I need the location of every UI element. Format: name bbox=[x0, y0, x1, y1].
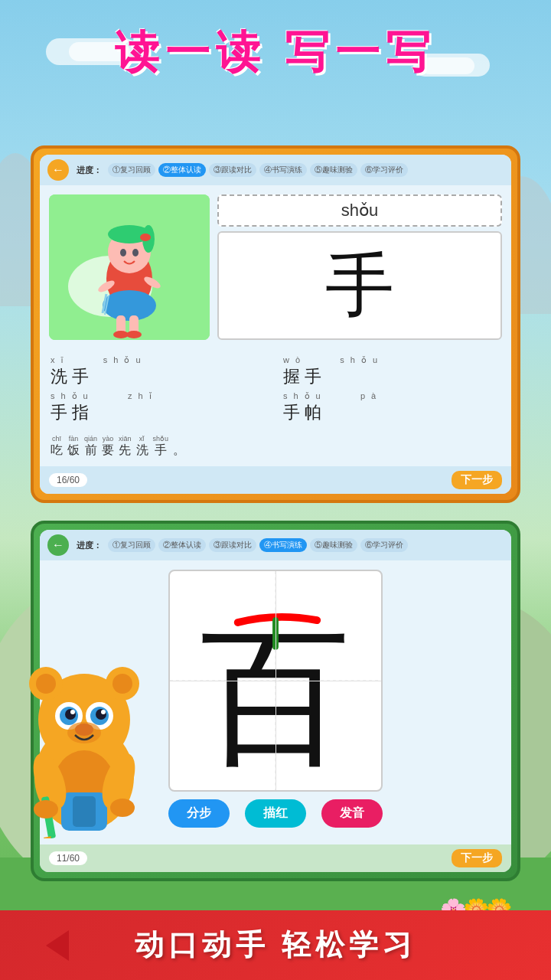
sentence-area: chī 吃 fàn 饭 qián 前 yào 要 xiān 先 bbox=[40, 430, 511, 466]
sound-button[interactable]: 发音 bbox=[321, 799, 383, 828]
card-top-inner: ← 进度： ①复习回顾 ②整体认读 ③跟读对比 ④书写演练 ⑤趣味测验 ⑥学习评… bbox=[40, 155, 511, 494]
banner-arrow bbox=[46, 930, 69, 961]
counter-row-bottom: 11/60 下一步 bbox=[40, 844, 511, 872]
bottom-banner: 动口动手 轻松学习 bbox=[0, 910, 551, 980]
word-2-pinyin: shǒu zhǐ bbox=[51, 391, 268, 401]
girl-svg bbox=[49, 194, 210, 340]
step-b1[interactable]: ①复习回顾 bbox=[108, 538, 155, 552]
back-button-bottom[interactable]: ← bbox=[47, 534, 69, 556]
counter-bottom: 11/60 bbox=[49, 851, 87, 865]
word-item-3: shǒu pà 手 帕 bbox=[283, 391, 500, 424]
word-item-1: wò shǒu 握 手 bbox=[283, 355, 500, 388]
title-area: 读一读 写一写 bbox=[0, 23, 551, 83]
svg-point-45 bbox=[110, 799, 135, 817]
next-button-bottom[interactable]: 下一步 bbox=[452, 849, 502, 867]
bear-svg bbox=[8, 647, 161, 838]
step-5[interactable]: ⑤趣味测验 bbox=[310, 163, 357, 177]
step-4[interactable]: ④书写演练 bbox=[259, 163, 307, 177]
progress-label-top: 进度： bbox=[77, 165, 102, 176]
sent-char-shou: shǒu 手 bbox=[153, 435, 169, 459]
step-button[interactable]: 分步 bbox=[168, 799, 230, 828]
sent-char-yao: yào 要 bbox=[102, 435, 114, 459]
word-1-chars: 握 手 bbox=[283, 365, 500, 388]
guide-vertical bbox=[276, 571, 276, 790]
sent-period: 。 bbox=[173, 443, 185, 459]
char-display-area: shǒu 手 bbox=[217, 194, 502, 340]
word-1-pinyin: wò shǒu bbox=[283, 355, 500, 365]
next-button-top[interactable]: 下一步 bbox=[452, 471, 502, 489]
word-item-0: xī shǒu 洗 手 bbox=[51, 355, 268, 388]
step-b3[interactable]: ③跟读对比 bbox=[209, 538, 256, 552]
character-box: 手 bbox=[217, 231, 502, 340]
banner-text: 动口动手 轻松学习 bbox=[135, 926, 417, 965]
word-3-pinyin: shǒu pà bbox=[283, 391, 500, 401]
svg-point-26 bbox=[112, 674, 132, 694]
step-b5[interactable]: ⑤趣味测验 bbox=[310, 538, 357, 552]
word-item-2: shǒu zhǐ 手 指 bbox=[51, 391, 268, 424]
sent-char-xian: xiān 先 bbox=[119, 435, 132, 459]
svg-point-8 bbox=[120, 249, 126, 256]
svg-rect-39 bbox=[73, 796, 96, 827]
bear-mascot bbox=[8, 647, 161, 838]
back-button-top[interactable]: ← bbox=[47, 159, 69, 181]
card-top: ← 进度： ①复习回顾 ②整体认读 ③跟读对比 ④书写演练 ⑤趣味测验 ⑥学习评… bbox=[31, 145, 520, 503]
step-b6[interactable]: ⑥学习评价 bbox=[360, 538, 408, 552]
step-b4[interactable]: ④书写演练 bbox=[259, 538, 307, 552]
word-0-chars: 洗 手 bbox=[51, 365, 268, 388]
counter-row-top: 16/60 下一步 bbox=[40, 466, 511, 494]
word-0-pinyin: xī shǒu bbox=[51, 355, 268, 365]
step-1[interactable]: ①复习回顾 bbox=[108, 163, 155, 177]
pinyin-box: shǒu bbox=[217, 194, 502, 227]
step-2[interactable]: ②整体认读 bbox=[158, 163, 206, 177]
word-list: xī shǒu 洗 手 wò shǒu 握 手 shǒu zhǐ 手 指 shǒ… bbox=[40, 349, 511, 430]
main-title: 读一读 写一写 bbox=[0, 23, 551, 83]
svg-point-25 bbox=[36, 674, 56, 694]
svg-point-7 bbox=[140, 234, 151, 241]
trace-button[interactable]: 描红 bbox=[245, 799, 306, 828]
word-3-chars: 手 帕 bbox=[283, 401, 500, 424]
progress-bar-top: ← 进度： ①复习回顾 ②整体认读 ③跟读对比 ④书写演练 ⑤趣味测验 ⑥学习评… bbox=[40, 155, 511, 185]
word-2-chars: 手 指 bbox=[51, 401, 268, 424]
card-top-content: shǒu 手 bbox=[40, 185, 511, 349]
progress-bar-bottom: ← 进度： ①复习回顾 ②整体认读 ③跟读对比 ④书写演练 ⑤趣味测验 ⑥学习评… bbox=[40, 530, 511, 560]
progress-label-bottom: 进度： bbox=[77, 540, 102, 551]
svg-point-35 bbox=[101, 710, 106, 714]
sent-char-xi: xǐ 洗 bbox=[136, 435, 148, 459]
sent-char-qian: qián 前 bbox=[84, 435, 97, 459]
svg-point-44 bbox=[34, 800, 58, 818]
counter-top: 16/60 bbox=[49, 473, 87, 487]
sent-char-fan: fàn 饭 bbox=[67, 435, 80, 459]
character-image bbox=[49, 194, 210, 340]
sent-char-chi: chī 吃 bbox=[51, 435, 63, 459]
svg-point-34 bbox=[70, 710, 75, 714]
big-char-box: 百 bbox=[168, 570, 383, 792]
action-buttons: 分步 描红 发音 bbox=[161, 792, 390, 835]
step-b2[interactable]: ②整体认读 bbox=[158, 538, 206, 552]
svg-point-17 bbox=[126, 331, 142, 338]
svg-point-3 bbox=[103, 290, 156, 321]
step-6[interactable]: ⑥学习评价 bbox=[360, 163, 408, 177]
step-3[interactable]: ③跟读对比 bbox=[209, 163, 256, 177]
svg-point-9 bbox=[132, 249, 139, 256]
